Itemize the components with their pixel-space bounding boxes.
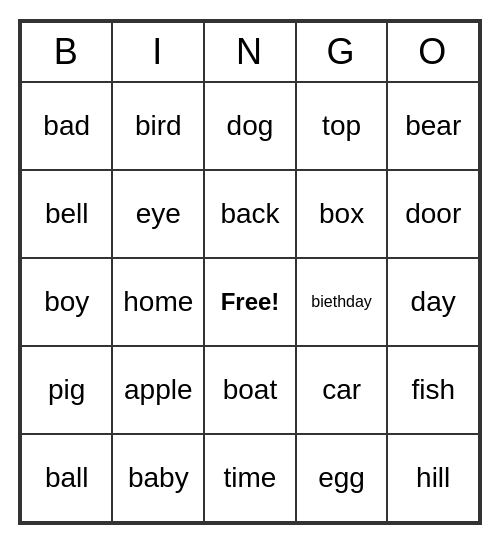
table-cell: back xyxy=(204,170,296,258)
table-cell: bird xyxy=(112,82,204,170)
col-o: O xyxy=(387,22,479,82)
table-cell: door xyxy=(387,170,479,258)
table-cell: boy xyxy=(21,258,112,346)
table-cell: time xyxy=(204,434,296,522)
table-cell: home xyxy=(112,258,204,346)
table-cell: biethday xyxy=(296,258,388,346)
table-cell: box xyxy=(296,170,388,258)
table-cell: day xyxy=(387,258,479,346)
table-cell: car xyxy=(296,346,388,434)
table-cell: Free! xyxy=(204,258,296,346)
table-cell: eye xyxy=(112,170,204,258)
table-row: belleyebackboxdoor xyxy=(21,170,479,258)
table-cell: bad xyxy=(21,82,112,170)
table-cell: apple xyxy=(112,346,204,434)
table-row: pigappleboatcarfish xyxy=(21,346,479,434)
table-cell: baby xyxy=(112,434,204,522)
table-row: badbirddogtopbear xyxy=(21,82,479,170)
table-cell: boat xyxy=(204,346,296,434)
bingo-body: badbirddogtopbearbelleyebackboxdoorboyho… xyxy=(21,82,479,522)
col-g: G xyxy=(296,22,388,82)
col-n: N xyxy=(204,22,296,82)
bingo-table: B I N G O badbirddogtopbearbelleyebackbo… xyxy=(20,21,480,523)
header-row: B I N G O xyxy=(21,22,479,82)
col-i: I xyxy=(112,22,204,82)
table-cell: top xyxy=(296,82,388,170)
table-row: boyhomeFree!biethdayday xyxy=(21,258,479,346)
table-cell: dog xyxy=(204,82,296,170)
table-cell: fish xyxy=(387,346,479,434)
table-cell: bell xyxy=(21,170,112,258)
table-cell: hill xyxy=(387,434,479,522)
table-cell: ball xyxy=(21,434,112,522)
table-cell: bear xyxy=(387,82,479,170)
table-cell: egg xyxy=(296,434,388,522)
col-b: B xyxy=(21,22,112,82)
table-cell: pig xyxy=(21,346,112,434)
bingo-card: B I N G O badbirddogtopbearbelleyebackbo… xyxy=(18,19,482,525)
table-row: ballbabytimeegghill xyxy=(21,434,479,522)
